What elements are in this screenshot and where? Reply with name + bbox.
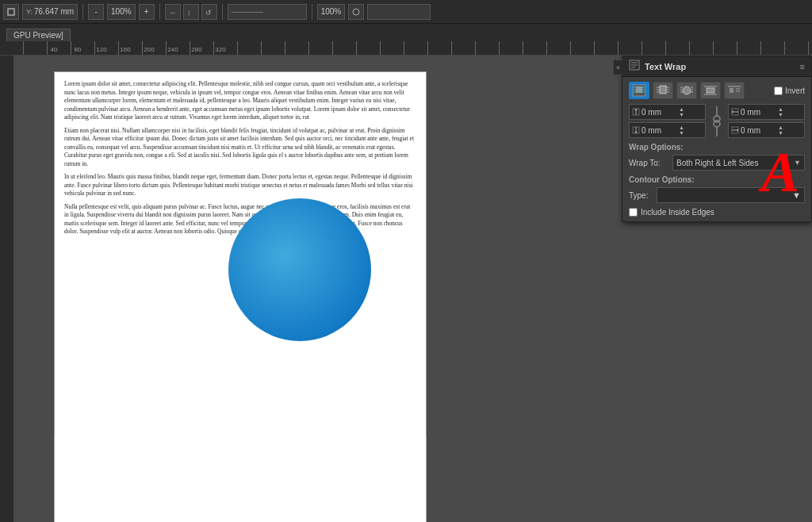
offset-col-left: ▲ ▼	[629, 104, 706, 138]
panel-body: Invert	[622, 77, 811, 221]
ruler-num: 240	[167, 46, 178, 53]
offset-right-field[interactable]: ▲ ▼	[728, 122, 805, 138]
top-toolbar: Y: 76.647 mm - 100% + ↔ ↕ ↺ ———— 100%	[0, 0, 812, 24]
wrap-mode-nextcol-btn[interactable]	[724, 82, 745, 99]
blue-circle-object[interactable]	[228, 198, 371, 341]
offset-top-down[interactable]: ▼	[679, 112, 684, 117]
wrap-modes-row: Invert	[629, 82, 805, 99]
tab-bar: GPU Preview]	[0, 24, 812, 41]
zoom-in-btn[interactable]: +	[139, 4, 155, 20]
panel-menu-btn[interactable]: ≡	[800, 62, 805, 71]
ruler-num: 80	[75, 46, 82, 53]
offset-bottom-input[interactable]	[642, 126, 677, 135]
coord-value: 76.647 mm	[34, 7, 74, 16]
include-inside-edges-label: Include Inside Edges	[641, 208, 714, 217]
offset-bottom-icon	[632, 126, 640, 134]
panel-title-text: Text Wrap	[645, 62, 686, 71]
zoom2-value: 100%	[321, 7, 342, 16]
offset-top-input[interactable]	[642, 108, 677, 117]
svg-rect-13	[636, 86, 642, 93]
offset-right-spinners[interactable]: ▲ ▼	[778, 125, 783, 136]
offset-col-right: ▲ ▼	[728, 104, 805, 138]
zoom-field[interactable]: 100%	[107, 4, 136, 20]
style-value: ————	[232, 7, 263, 16]
ruler-num: 160	[120, 46, 130, 53]
wrap-mode-bbox-btn[interactable]	[653, 82, 673, 99]
invert-checkbox[interactable]	[774, 86, 783, 95]
offset-right-up[interactable]: ▲	[778, 125, 783, 130]
offset-right-icon	[731, 126, 739, 134]
svg-marker-50	[737, 129, 738, 132]
textwrap-icon	[629, 59, 640, 73]
wrap-mode-contour-btn[interactable]	[676, 82, 697, 99]
style-field[interactable]: ————	[228, 4, 307, 20]
ruler-num: 280	[191, 46, 201, 53]
para3: In ut eleifend leo. Mauris quis massa fi…	[64, 173, 416, 198]
offset-left-field[interactable]: ▲ ▼	[728, 104, 805, 120]
offset-left-input[interactable]	[741, 108, 776, 117]
include-edges-row: Include Inside Edges	[629, 208, 805, 217]
chain-link-icon	[711, 106, 722, 136]
wrap-to-label-text: Wrap To:	[629, 159, 672, 167]
canvas-area[interactable]: Lorem ipsum dolor sit amet, consectetur …	[14, 56, 812, 522]
offset-left-up[interactable]: ▲	[778, 106, 783, 112]
panel-header-buttons: ≡	[800, 62, 805, 71]
ruler-numbers: 40 80 120 160 200 240 280 320	[0, 41, 812, 55]
panel-title-area: Text Wrap	[629, 59, 686, 73]
document-page-lower	[54, 436, 427, 522]
sep3	[222, 4, 223, 20]
type-label-text: Type:	[629, 191, 657, 200]
wrap-mode-jump-btn[interactable]	[700, 82, 721, 99]
transform-btn2[interactable]: ↕	[183, 4, 199, 20]
transform-btn1[interactable]: ↔	[165, 4, 181, 20]
panel-header[interactable]: Text Wrap ≡	[622, 56, 811, 77]
offset-top-spinners[interactable]: ▲ ▼	[679, 106, 684, 117]
tool-icon[interactable]	[3, 4, 19, 20]
offset-top-icon	[632, 108, 640, 116]
tab-label: GPU Preview]	[13, 31, 63, 40]
svg-rect-32	[730, 88, 733, 93]
sep4	[312, 4, 312, 20]
svg-point-27	[683, 86, 691, 94]
zoom-value: 100%	[111, 7, 132, 16]
offset-right-input[interactable]	[741, 126, 776, 135]
gpu-preview-tab[interactable]: GPU Preview]	[6, 29, 71, 41]
svg-point-43	[714, 121, 720, 127]
offset-top-up[interactable]: ▲	[679, 106, 684, 112]
zoom-out-btn[interactable]: -	[88, 4, 104, 20]
svg-text:↔: ↔	[169, 9, 176, 17]
svg-marker-47	[732, 110, 733, 113]
zoom2-field[interactable]: 100%	[317, 4, 346, 20]
ruler-num: 200	[144, 46, 154, 53]
offset-bottom-up[interactable]: ▲	[679, 125, 684, 130]
offset-left-icon	[731, 108, 739, 116]
para2: Etiam non placerat nisi. Nullam ullamcor…	[64, 127, 416, 169]
doc-text-content: Lorem ipsum dolor sit amet, consectetur …	[55, 72, 426, 244]
rotate-btn[interactable]: ↺	[201, 4, 217, 20]
coordinate-field[interactable]: Y: 76.647 mm	[22, 4, 78, 20]
svg-rect-0	[8, 9, 14, 15]
invert-text: Invert	[785, 86, 805, 95]
sep2	[159, 4, 160, 20]
extra-field[interactable]	[367, 4, 431, 20]
ruler-vertical	[0, 56, 14, 522]
ruler-num: 40	[51, 46, 58, 53]
view-btn1[interactable]	[348, 4, 364, 20]
ruler-horizontal: 40 80 120 160 200 240 280 320	[0, 41, 812, 56]
offset-top-field[interactable]: ▲ ▼	[629, 104, 706, 120]
ruler-num: 320	[215, 46, 225, 53]
offset-bottom-field[interactable]: ▲ ▼	[629, 122, 706, 138]
offset-right-down[interactable]: ▼	[778, 130, 783, 136]
big-red-a: A	[761, 140, 799, 205]
svg-text:↺: ↺	[205, 9, 212, 17]
panel-collapse-btn[interactable]: «	[613, 59, 622, 75]
invert-label[interactable]: Invert	[774, 86, 805, 95]
offset-left-spinners[interactable]: ▲ ▼	[778, 106, 783, 117]
offset-bottom-down[interactable]: ▼	[679, 130, 684, 136]
offset-bottom-spinners[interactable]: ▲ ▼	[679, 125, 684, 136]
include-inside-edges-checkbox[interactable]	[629, 208, 638, 217]
offset-left-down[interactable]: ▼	[778, 112, 783, 117]
svg-point-4	[353, 9, 359, 15]
wrap-mode-none-btn[interactable]	[629, 82, 649, 99]
svg-text:↕: ↕	[187, 9, 191, 17]
